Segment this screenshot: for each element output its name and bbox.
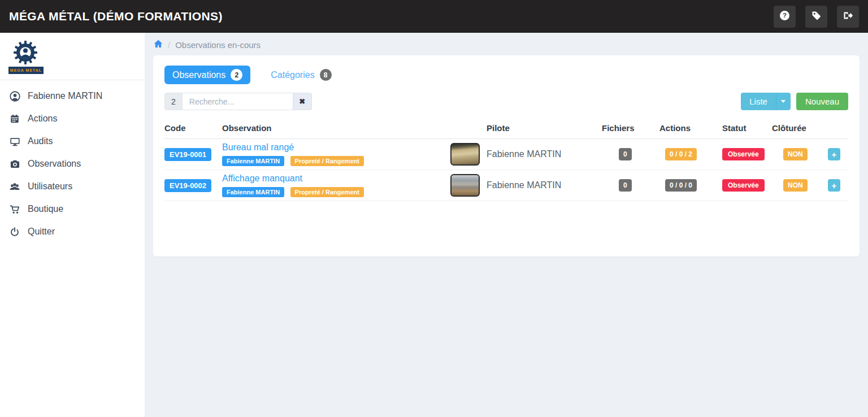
sidebar-item-boutique[interactable]: Boutique (0, 198, 145, 220)
category-tag: Propreté / Rangement (290, 187, 364, 197)
pilot-tag: Fabienne MARTIN (222, 156, 284, 166)
topbar: MÉGA MÉTAL (DÉMO FORMATIONS) ? (0, 0, 868, 33)
observation-thumbnail[interactable] (450, 174, 480, 197)
cloturee-badge: NON (783, 179, 808, 192)
tag-icon (811, 10, 822, 23)
tab-count-badge: 8 (320, 69, 332, 81)
sidebar: MEGA METAL Fabienne MARTIN Actions Audit… (0, 33, 145, 417)
controls-row: 2 ✖ Liste Nouveau (164, 93, 848, 110)
logo-gear-icon (12, 40, 145, 68)
sidebar-item-label: Actions (28, 114, 57, 124)
toolbar-buttons: Liste Nouveau (741, 93, 848, 110)
help-button[interactable]: ? (774, 6, 796, 28)
pilot-tag: Fabienne MARTIN (222, 187, 284, 197)
sidebar-item-label: Quitter (28, 227, 55, 237)
content-card: Observations 2 Catégories 8 2 ✖ (153, 55, 860, 257)
sidebar-item-profile[interactable]: Fabienne MARTIN (0, 85, 145, 107)
svg-text:?: ? (783, 12, 787, 19)
sidebar-item-label: Boutique (28, 204, 63, 214)
chevron-down-icon (781, 100, 785, 103)
pilote-name: Fabienne MARTIN (487, 170, 602, 201)
tab-label: Catégories (271, 70, 314, 80)
desktop-icon (9, 136, 20, 147)
sidebar-item-label: Audits (28, 136, 53, 146)
header-observation: Observation (222, 120, 450, 139)
sidebar-item-utilisateurs[interactable]: Utilisateurs (0, 175, 145, 198)
actions-badge: 0 / 0 / 2 (665, 148, 697, 160)
fichiers-badge: 0 (619, 148, 632, 160)
tags-button[interactable] (805, 6, 827, 28)
cart-icon (9, 203, 20, 215)
breadcrumb-separator: / (168, 40, 170, 50)
breadcrumb-current: Observations en-cours (175, 40, 261, 50)
tab-categories[interactable]: Catégories 8 (263, 66, 339, 84)
sidebar-item-audits[interactable]: Audits (0, 130, 145, 153)
header-code: Code (164, 120, 222, 139)
users-icon (9, 181, 20, 192)
table-row: EV19-0001 Bureau mal rangé Fabienne MART… (164, 139, 848, 170)
header-fichiers: Fichiers (602, 120, 659, 139)
tab-observations[interactable]: Observations 2 (164, 66, 250, 84)
result-count: 2 (164, 93, 183, 110)
observation-thumbnail[interactable] (450, 143, 480, 166)
tab-label: Observations (172, 70, 225, 80)
pilote-name: Fabienne MARTIN (487, 139, 602, 170)
status-badge: Observée (722, 179, 765, 192)
logout-button[interactable] (837, 6, 859, 28)
logo-section: MEGA METAL (0, 33, 145, 80)
liste-dropdown-toggle[interactable] (776, 93, 791, 110)
user-circle-icon (9, 90, 20, 102)
home-icon[interactable] (154, 40, 163, 50)
table-header-row: Code Observation Pilote Fichiers Actions… (164, 120, 848, 139)
sidebar-item-label: Observations (28, 159, 81, 169)
question-circle-icon: ? (779, 10, 790, 23)
tab-count-badge: 2 (231, 69, 242, 81)
header-cloturee: Clôturée (772, 120, 828, 139)
header-actions: Actions (659, 120, 722, 139)
liste-button[interactable]: Liste (741, 93, 776, 110)
observation-link[interactable]: Bureau mal rangé (222, 142, 294, 153)
topbar-actions: ? (774, 6, 859, 28)
code-badge[interactable]: EV19-0001 (164, 148, 211, 161)
sidebar-item-quitter[interactable]: Quitter (0, 220, 145, 243)
fichiers-badge: 0 (619, 179, 632, 192)
breadcrumb: / Observations en-cours (145, 33, 868, 55)
app-title: MÉGA MÉTAL (DÉMO FORMATIONS) (9, 10, 223, 23)
power-icon (9, 226, 20, 237)
table-row: EV19-0002 Affichage manquant Fabienne MA… (164, 170, 848, 201)
sidebar-item-label: Fabienne MARTIN (28, 91, 102, 101)
sidebar-item-label: Utilisateurs (28, 181, 72, 192)
calendar-icon (9, 113, 20, 124)
clear-search-button[interactable]: ✖ (293, 93, 312, 110)
header-image (450, 120, 487, 139)
search-group: 2 ✖ (164, 93, 312, 110)
sign-out-icon (843, 10, 853, 23)
header-pilote: Pilote (487, 120, 602, 139)
add-action-button[interactable]: + (828, 179, 840, 192)
main-content: / Observations en-cours Observations 2 C… (145, 33, 868, 417)
tab-bar: Observations 2 Catégories 8 (164, 66, 848, 84)
sidebar-item-actions[interactable]: Actions (0, 107, 145, 130)
cloturee-badge: NON (783, 148, 808, 160)
actions-badge: 0 / 0 / 0 (665, 179, 697, 192)
clear-icon: ✖ (299, 97, 305, 106)
observations-table: Code Observation Pilote Fichiers Actions… (164, 120, 848, 201)
nouveau-button[interactable]: Nouveau (796, 93, 848, 110)
code-badge[interactable]: EV19-0002 (164, 179, 211, 192)
sidebar-item-observations[interactable]: Observations (0, 153, 145, 175)
status-badge: Observée (722, 148, 765, 160)
header-statut: Statut (722, 120, 772, 139)
observation-link[interactable]: Affichage manquant (222, 173, 302, 184)
sidebar-nav: Fabienne MARTIN Actions Audits Observati… (0, 80, 145, 243)
category-tag: Propreté / Rangement (290, 156, 364, 166)
add-action-button[interactable]: + (828, 148, 840, 160)
search-input[interactable] (183, 93, 293, 110)
camera-icon (9, 158, 20, 170)
header-add (828, 120, 848, 139)
